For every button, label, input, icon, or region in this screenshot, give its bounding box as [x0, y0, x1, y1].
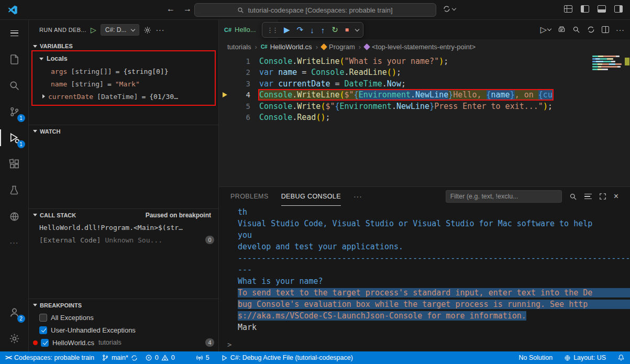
- breakpoint-row-all-exceptions[interactable]: All Exceptions: [29, 311, 218, 324]
- settings-button[interactable]: [0, 325, 29, 351]
- code-editor[interactable]: 1Console.WriteLine("What is your name?")…: [219, 54, 630, 186]
- checkbox-checked[interactable]: [41, 339, 49, 347]
- variables-group-locals[interactable]: Locals: [29, 52, 218, 65]
- code-text[interactable]: var name = Console.ReadLine();: [259, 68, 401, 77]
- branch-indicator[interactable]: main*: [102, 354, 138, 361]
- variable-row-name[interactable]: name [string] = "Mark": [29, 78, 218, 90]
- stop-button[interactable]: ■: [345, 26, 349, 34]
- search-editor-icon[interactable]: [572, 26, 580, 34]
- continue-button[interactable]: ▶: [284, 25, 290, 35]
- call-stack-section-header[interactable]: CALL STACK Paused on breakpoint: [29, 208, 218, 221]
- code-line[interactable]: 5Console.Write($"{Environment.NewLine}Pr…: [219, 101, 630, 112]
- more-tabs-icon[interactable]: ···: [353, 192, 362, 201]
- code-text[interactable]: Console.WriteLine("What is your name?");: [259, 57, 448, 66]
- debug-status[interactable]: C#: Debug Active File (tutorial-codespac…: [221, 354, 353, 361]
- step-into-button[interactable]: ↓: [310, 26, 314, 35]
- breadcrumb-symbol-class[interactable]: Program: [322, 43, 355, 51]
- code-text[interactable]: Console.Read();: [259, 113, 330, 122]
- customize-layout-icon[interactable]: [564, 5, 572, 13]
- toggle-sidebar-icon[interactable]: [581, 5, 589, 13]
- sidebar-item-run-and-debug[interactable]: 1: [0, 125, 29, 151]
- variable-row-args[interactable]: args [string[]] = {string[0]}: [29, 65, 218, 78]
- drag-handle-icon[interactable]: ⋮⋮: [267, 26, 277, 34]
- toggle-panel-icon[interactable]: [598, 5, 606, 13]
- notifications-button[interactable]: [617, 354, 625, 361]
- keyboard-layout-status[interactable]: Layout: US: [564, 354, 606, 361]
- run-file-dropdown-button[interactable]: ▷: [540, 25, 551, 35]
- watch-section-header[interactable]: WATCH: [29, 125, 218, 137]
- breadcrumb-symbol-entrypoint[interactable]: <top-level-statements-entry-point>: [364, 43, 476, 51]
- open-changes-icon[interactable]: [558, 26, 566, 34]
- overview-ruler-marker: [625, 58, 629, 65]
- console-filter-input[interactable]: [446, 190, 562, 203]
- back-icon[interactable]: ←: [167, 4, 175, 14]
- maximize-panel-icon[interactable]: [599, 193, 606, 200]
- more-actions-icon[interactable]: ···: [616, 26, 625, 34]
- execution-pointer-icon[interactable]: [219, 92, 233, 97]
- debug-settings-gear-icon[interactable]: [143, 26, 151, 34]
- split-editor-icon[interactable]: [602, 26, 609, 33]
- minimap[interactable]: [592, 56, 623, 124]
- additional-views-button[interactable]: ···: [0, 229, 29, 256]
- tab-debug-console[interactable]: DEBUG CONSOLE: [281, 187, 341, 206]
- problems-indicator[interactable]: 0 0: [145, 354, 175, 361]
- sidebar-item-extensions[interactable]: [0, 151, 29, 177]
- find-icon[interactable]: [569, 193, 577, 201]
- variable-row-currentdate[interactable]: currentDate [DateTime] = {01/30…: [29, 90, 218, 103]
- sync-icon[interactable]: [587, 26, 595, 34]
- bottom-panel: PROBLEMS DEBUG CONSOLE ···: [219, 186, 630, 351]
- line-number[interactable]: 2: [233, 68, 250, 76]
- close-panel-icon[interactable]: ×: [614, 192, 618, 201]
- ports-indicator[interactable]: 5: [196, 354, 209, 361]
- sidebar-item-explorer[interactable]: [0, 46, 29, 72]
- menu-button[interactable]: [0, 20, 29, 46]
- code-text[interactable]: var currentDate = DateTime.Now;: [259, 79, 406, 89]
- breadcrumb-file[interactable]: C# HelloWorld.cs: [261, 43, 312, 51]
- step-out-button[interactable]: ↑: [321, 26, 325, 35]
- code-text[interactable]: Console.WriteLine($"{Environment.NewLine…: [259, 90, 552, 100]
- call-stack-frame[interactable]: [External Code] Unknown Sou... 0: [29, 234, 218, 246]
- forward-icon[interactable]: →: [183, 4, 192, 14]
- start-debug-button[interactable]: ▷: [91, 26, 96, 34]
- line-number[interactable]: 1: [233, 57, 250, 65]
- checkbox-unchecked[interactable]: [39, 314, 47, 322]
- toggle-secondary-sidebar-icon[interactable]: [614, 5, 623, 13]
- titlebar-sync-dropdown[interactable]: [443, 5, 456, 13]
- step-over-button[interactable]: ↷: [297, 25, 304, 35]
- debug-config-dropdown[interactable]: C#: D...: [101, 24, 140, 36]
- solution-status[interactable]: No Solution: [519, 354, 553, 361]
- console-input[interactable]: >: [219, 338, 630, 351]
- checkbox-checked[interactable]: [39, 326, 47, 334]
- command-center-search[interactable]: tutorial-codespace [Codespaces: probable…: [194, 3, 436, 17]
- breakpoint-row-user-unhandled[interactable]: User-Unhandled Exceptions: [29, 324, 218, 336]
- tab-problems[interactable]: PROBLEMS: [230, 187, 269, 206]
- line-number[interactable]: 6: [233, 113, 250, 122]
- sidebar-item-testing[interactable]: [0, 177, 29, 203]
- view-more-actions-icon[interactable]: ···: [156, 26, 164, 34]
- code-line[interactable]: 2var name = Console.ReadLine();: [219, 67, 630, 79]
- breakpoints-section-header[interactable]: BREAKPOINTS: [29, 299, 218, 311]
- accounts-button[interactable]: 2: [0, 299, 29, 325]
- code-line[interactable]: 6Console.Read();: [219, 112, 630, 124]
- breadcrumb-folder[interactable]: tutorials: [227, 43, 251, 51]
- code-line[interactable]: 1Console.WriteLine("What is your name?")…: [219, 56, 630, 67]
- chevron-down-icon[interactable]: [355, 27, 359, 31]
- remote-indicator[interactable]: >< Codespaces: probable train: [5, 354, 94, 361]
- code-line[interactable]: 3var currentDate = DateTime.Now;: [219, 78, 630, 90]
- vscode-logo-icon: [7, 5, 18, 15]
- call-stack-frame[interactable]: HelloWorld.dll!Program.<Main>$(str…: [29, 221, 218, 234]
- restart-button[interactable]: ↻: [331, 25, 338, 35]
- line-number[interactable]: 3: [233, 80, 250, 88]
- locals-label: Locals: [47, 55, 68, 62]
- line-number[interactable]: 4: [233, 91, 250, 99]
- variables-section-header[interactable]: VARIABLES: [29, 40, 218, 52]
- sidebar-item-search[interactable]: [0, 72, 29, 98]
- console-line: th: [238, 207, 630, 219]
- word-wrap-icon[interactable]: [584, 194, 592, 199]
- sidebar-item-remote-explorer[interactable]: [0, 203, 29, 229]
- code-line[interactable]: 4Console.WriteLine($"{Environment.NewLin…: [219, 90, 630, 101]
- code-text[interactable]: Console.Write($"{Environment.NewLine}Pre…: [259, 102, 552, 111]
- breakpoint-row-helloworld[interactable]: HelloWorld.cs tutorials 4: [29, 336, 218, 349]
- sidebar-item-source-control[interactable]: 1: [0, 98, 29, 125]
- line-number[interactable]: 5: [233, 102, 250, 111]
